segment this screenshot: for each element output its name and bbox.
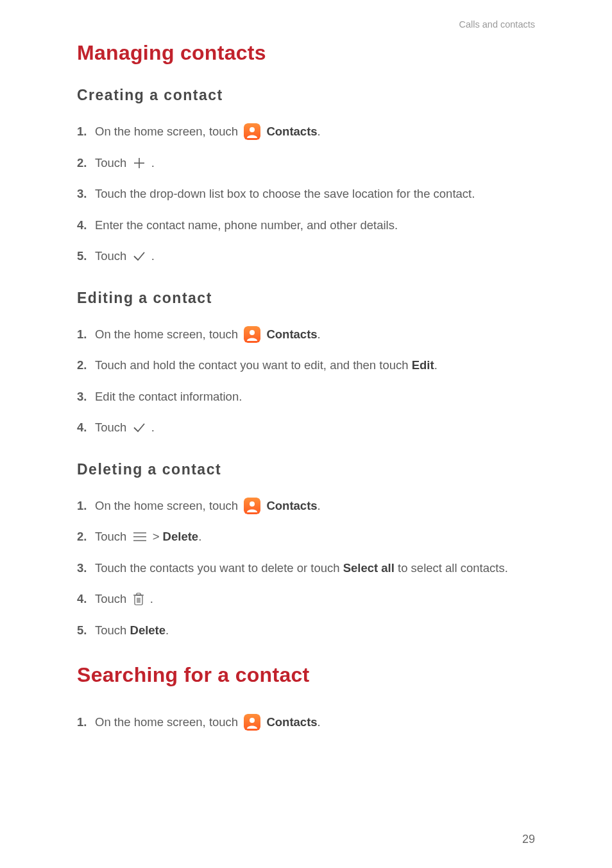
step-text: . — [318, 125, 321, 138]
contacts-app-icon — [244, 326, 260, 343]
step-item: On the home screen, touch Contacts. — [77, 496, 535, 516]
step-text: On the home screen, touch — [95, 327, 241, 341]
step-item: Touch > Delete. — [77, 527, 535, 547]
step-item: Touch . — [77, 418, 535, 438]
heading-managing-contacts: Managing contacts — [77, 41, 535, 65]
steps-searching: On the home screen, touch Contacts. — [77, 713, 535, 733]
check-icon — [132, 249, 146, 263]
delete-label: Delete — [130, 623, 166, 637]
step-text: . — [151, 421, 155, 434]
step-text: . — [151, 156, 155, 169]
step-item: Touch Delete. — [77, 621, 535, 641]
step-text: On the home screen, touch — [95, 499, 241, 512]
step-text: . — [434, 358, 438, 372]
edit-label: Edit — [412, 358, 434, 372]
page-number: 29 — [522, 833, 535, 846]
step-text: Touch the drop-down list box to choose t… — [95, 187, 475, 200]
step-item: Touch the drop-down list box to choose t… — [77, 184, 535, 204]
contacts-app-icon — [244, 714, 260, 731]
step-item: On the home screen, touch Contacts. — [77, 122, 535, 142]
steps-creating: On the home screen, touch Contacts. — [77, 122, 535, 266]
step-text: . — [318, 715, 321, 729]
step-text: . — [150, 592, 153, 605]
step-text: Touch — [95, 623, 130, 637]
step-text: Enter the contact name, phone number, an… — [95, 218, 398, 232]
step-text: Touch the contacts you want to delete or… — [95, 561, 343, 575]
step-item: Touch the contacts you want to delete or… — [77, 559, 535, 578]
contacts-app-icon — [244, 498, 260, 514]
delete-label: Delete — [163, 530, 199, 543]
heading-deleting-a-contact: Deleting a contact — [77, 461, 535, 478]
step-text: On the home screen, touch — [95, 715, 241, 729]
step-item: On the home screen, touch Contacts. — [77, 325, 535, 345]
step-text: > — [153, 530, 163, 543]
svg-rect-13 — [137, 593, 140, 595]
trash-icon — [132, 591, 145, 607]
step-item: Enter the contact name, phone number, an… — [77, 216, 535, 236]
heading-editing-a-contact: Editing a contact — [77, 290, 535, 307]
svg-point-1 — [250, 127, 255, 132]
svg-point-7 — [250, 501, 255, 507]
contacts-label: Contacts — [266, 499, 317, 512]
step-text: . — [198, 530, 201, 543]
plus-icon — [132, 156, 146, 170]
step-text: On the home screen, touch — [95, 125, 241, 138]
select-all-label: Select all — [343, 561, 395, 575]
page: Calls and contacts Managing contacts Cre… — [0, 0, 612, 868]
step-item: Touch . — [77, 589, 535, 609]
step-text: Touch — [95, 530, 130, 543]
step-text: Touch — [95, 156, 130, 169]
step-item: Touch . — [77, 247, 535, 266]
step-item: Touch and hold the contact you want to e… — [77, 356, 535, 376]
step-text: Touch — [95, 592, 130, 605]
step-text: . — [166, 623, 169, 637]
step-text: Edit the contact information. — [95, 390, 242, 403]
contacts-app-icon — [244, 123, 260, 140]
step-text: Touch — [95, 249, 130, 263]
step-text: to select all contacts. — [395, 561, 508, 575]
svg-point-5 — [250, 330, 255, 335]
menu-icon — [132, 530, 148, 543]
step-text: . — [318, 327, 321, 341]
running-head: Calls and contacts — [77, 19, 535, 30]
heading-searching-for-a-contact: Searching for a contact — [77, 663, 535, 687]
steps-deleting: On the home screen, touch Contacts. Touc… — [77, 496, 535, 641]
step-text: . — [151, 249, 155, 263]
contacts-label: Contacts — [266, 715, 317, 729]
step-text: Touch — [95, 421, 130, 434]
step-item: Edit the contact information. — [77, 387, 535, 407]
step-text: Touch and hold the contact you want to e… — [95, 358, 412, 372]
step-item: On the home screen, touch Contacts. — [77, 713, 535, 733]
step-item: Touch . — [77, 153, 535, 173]
steps-editing: On the home screen, touch Contacts. Touc… — [77, 325, 535, 438]
contacts-label: Contacts — [266, 327, 317, 341]
svg-point-18 — [250, 718, 255, 723]
step-text: . — [318, 499, 321, 512]
check-icon — [132, 421, 146, 435]
heading-creating-a-contact: Creating a contact — [77, 87, 535, 104]
contacts-label: Contacts — [266, 125, 317, 138]
